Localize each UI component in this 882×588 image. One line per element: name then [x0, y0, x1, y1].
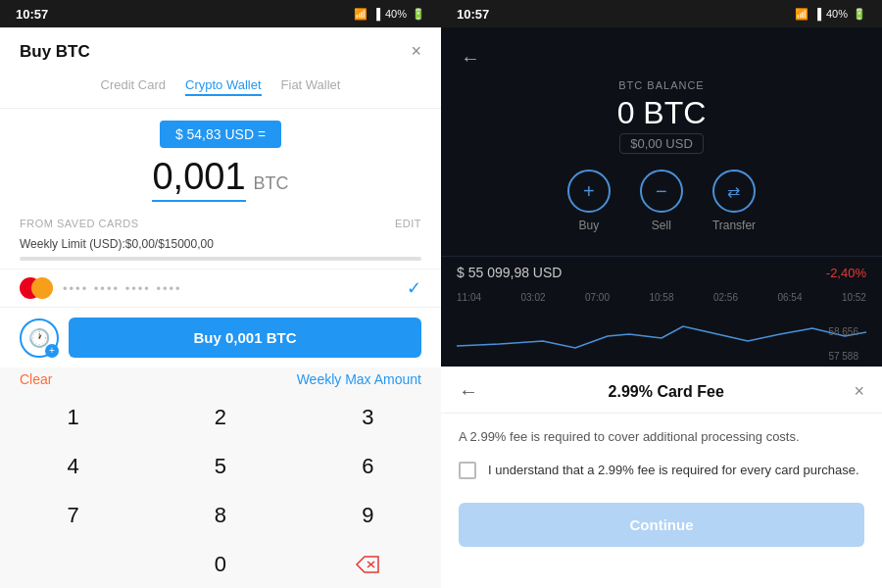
backspace-icon — [355, 555, 380, 574]
fee-modal: ← 2.99% Card Fee × A 2.99% fee is requir… — [441, 367, 882, 588]
add-account-button[interactable]: 🕐 + — [20, 318, 59, 358]
buy-btc-button[interactable]: Buy 0,001 BTC — [69, 318, 421, 358]
card-info: •••• •••• •••• •••• — [20, 277, 182, 299]
chart-label-4: 02:56 — [713, 292, 738, 303]
btc-price-usd: $ 55 099,98 USD — [457, 265, 562, 280]
progress-bar-container — [0, 253, 441, 269]
btc-buy-button[interactable]: + Buy — [567, 170, 611, 232]
chart-low-label: 57 588 — [828, 351, 858, 362]
key-1[interactable]: 1 — [0, 393, 146, 441]
btc-amount-display: 0,001 BTC — [152, 156, 288, 202]
card-row[interactable]: •••• •••• •••• •••• ✓ — [0, 269, 441, 308]
key-0[interactable]: 0 — [147, 540, 293, 588]
add-badge-icon: + — [45, 344, 59, 358]
btc-transfer-button[interactable]: ⇄ Transfer — [712, 170, 756, 232]
btc-number[interactable]: 0,001 — [152, 156, 245, 202]
saved-cards-label: FROM SAVED CARDS — [20, 218, 138, 229]
back-button-top[interactable]: ← — [461, 47, 480, 70]
fee-modal-close-button[interactable]: × — [854, 381, 864, 402]
chart-label-2: 07:00 — [585, 292, 610, 303]
progress-bar-bg — [20, 257, 421, 261]
status-bar-left: 10:57 📶 ▐ 40% 🔋 — [0, 0, 441, 27]
time-left: 10:57 — [16, 7, 48, 22]
time-right: 10:57 — [457, 7, 489, 22]
transfer-circle-icon: ⇄ — [712, 170, 756, 213]
modal-title: Buy BTC — [20, 42, 90, 62]
fee-modal-back-button[interactable]: ← — [459, 380, 478, 403]
chart-svg — [457, 307, 866, 361]
signal-icon: ▐ — [372, 8, 380, 20]
key-delete[interactable] — [295, 540, 441, 588]
mc-circle-yellow — [31, 277, 53, 299]
tab-crypto-wallet[interactable]: Crypto Wallet — [185, 77, 262, 96]
tab-fiat-wallet[interactable]: Fiat Wallet — [281, 77, 341, 96]
chart-label-6: 10:52 — [842, 292, 866, 303]
key-3[interactable]: 3 — [295, 393, 441, 441]
signal-icon-right: ▐ — [813, 8, 821, 20]
btc-sell-button[interactable]: − Sell — [640, 170, 683, 232]
right-panel: 10:57 📶 ▐ 40% 🔋 ← BTC BALANCE 0 BTC $0,0… — [441, 0, 882, 588]
status-icons-right: 📶 ▐ 40% 🔋 — [795, 8, 866, 21]
action-row: 🕐 + Buy 0,001 BTC — [0, 308, 441, 368]
chart-label-5: 06:54 — [777, 292, 802, 303]
buy-label: Buy — [579, 219, 600, 232]
weekly-max-button[interactable]: Weekly Max Amount — [297, 371, 421, 387]
battery-right: 40% — [826, 8, 848, 20]
card-selected-checkmark: ✓ — [407, 277, 421, 299]
key-7[interactable]: 7 — [0, 491, 146, 539]
key-4[interactable]: 4 — [0, 442, 146, 490]
weekly-limit-value: $0,00/$15000,00 — [125, 237, 214, 251]
amount-area: $ 54,83 USD = 0,001 BTC — [0, 109, 441, 210]
chart-price-labels: 58 656 57 588 — [828, 326, 858, 362]
battery-icon-right: 🔋 — [853, 8, 866, 21]
wifi-icon-right: 📶 — [795, 8, 808, 21]
btc-action-buttons: + Buy − Sell ⇄ Transfer — [567, 170, 756, 232]
chart-wrapper: 58 656 57 588 — [457, 307, 866, 365]
battery-left: 40% — [385, 8, 407, 20]
btc-price-change: -2,40% — [826, 266, 866, 280]
key-5[interactable]: 5 — [147, 442, 293, 490]
fee-modal-title: 2.99% Card Fee — [609, 383, 724, 401]
sell-label: Sell — [652, 219, 671, 232]
modal-close-button[interactable]: × — [411, 41, 421, 62]
chart-time-labels: 11:04 03:02 07:00 10:58 02:56 06:54 10:5… — [457, 292, 866, 303]
key-2[interactable]: 2 — [147, 393, 293, 441]
fee-continue-button[interactable]: Continue — [459, 503, 864, 547]
btc-unit: BTC — [254, 173, 289, 194]
clear-button[interactable]: Clear — [20, 371, 52, 387]
btc-info-area: ← BTC BALANCE 0 BTC $0,00 USD + Buy − Se… — [441, 27, 882, 256]
mastercard-icon — [20, 277, 53, 299]
keypad: 1 2 3 4 5 6 7 8 9 0 — [0, 393, 441, 588]
tabs-row: Credit Card Crypto Wallet Fiat Wallet — [0, 70, 441, 109]
key-empty — [0, 540, 146, 588]
fee-checkbox-label[interactable]: I understand that a 2.99% fee is require… — [488, 461, 859, 480]
wifi-icon: 📶 — [354, 8, 368, 21]
fee-checkbox[interactable] — [459, 462, 476, 479]
left-panel: 10:57 📶 ▐ 40% 🔋 Buy BTC × Credit Card Cr… — [0, 0, 441, 588]
usd-amount-display[interactable]: $ 54,83 USD = — [160, 121, 281, 148]
saved-cards-header: FROM SAVED CARDS EDIT — [0, 210, 441, 233]
sell-circle-icon: − — [640, 170, 683, 213]
card-number-masked: •••• •••• •••• •••• — [63, 281, 182, 296]
chart-area: 11:04 03:02 07:00 10:58 02:56 06:54 10:5… — [441, 288, 882, 367]
status-icons-left: 📶 ▐ 40% 🔋 — [354, 8, 425, 21]
btc-balance-label: BTC BALANCE — [618, 79, 704, 91]
key-6[interactable]: 6 — [295, 442, 441, 490]
key-9[interactable]: 9 — [295, 491, 441, 539]
price-row: $ 55 099,98 USD -2,40% — [441, 256, 882, 288]
status-bar-right: 10:57 📶 ▐ 40% 🔋 — [441, 0, 882, 27]
chart-label-3: 10:58 — [649, 292, 673, 303]
modal-header: Buy BTC × — [0, 27, 441, 70]
fee-modal-header: ← 2.99% Card Fee × — [441, 367, 882, 414]
tab-credit-card[interactable]: Credit Card — [101, 77, 166, 96]
buy-circle-icon: + — [567, 170, 611, 213]
keypad-options: Clear Weekly Max Amount — [0, 368, 441, 393]
fee-checkbox-row: I understand that a 2.99% fee is require… — [441, 461, 882, 496]
right-content: ← BTC BALANCE 0 BTC $0,00 USD + Buy − Se… — [441, 27, 882, 588]
key-8[interactable]: 8 — [147, 491, 293, 539]
chart-high-label: 58 656 — [828, 326, 858, 337]
chart-label-0: 11:04 — [457, 292, 481, 303]
phone-content-left: Buy BTC × Credit Card Crypto Wallet Fiat… — [0, 27, 441, 588]
edit-button[interactable]: EDIT — [395, 218, 421, 229]
chart-label-1: 03:02 — [520, 292, 545, 303]
